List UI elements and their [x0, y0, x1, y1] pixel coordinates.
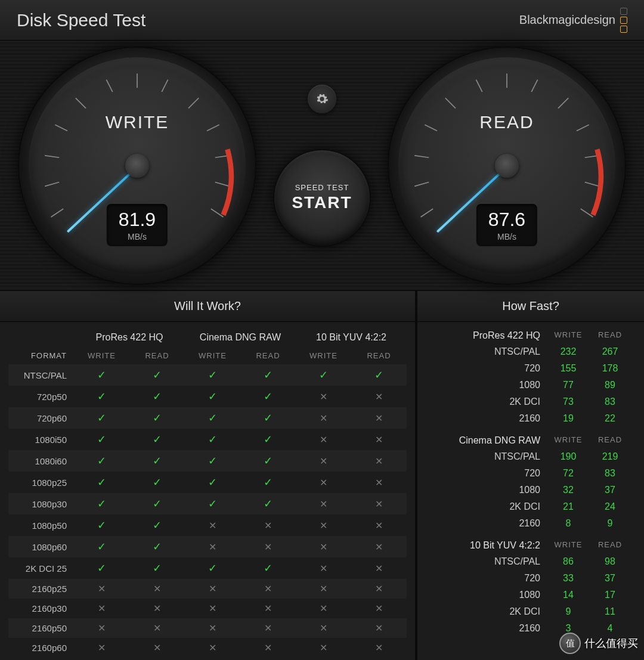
result-cell: ✕ — [351, 450, 407, 472]
read-value: 89 — [589, 380, 631, 391]
result-cell: ✕ — [129, 579, 185, 599]
cross-icon: ✕ — [153, 642, 161, 653]
format-label: 720p60 — [8, 407, 74, 429]
read-value: 22 — [589, 413, 631, 424]
result-cell: ✕ — [296, 472, 351, 493]
check-icon: ✓ — [153, 390, 162, 403]
cross-icon: ✕ — [375, 583, 383, 594]
cross-icon: ✕ — [264, 622, 272, 634]
watermark-text: 什么值得买 — [584, 636, 638, 650]
result-cell: ✓ — [74, 386, 129, 407]
check-icon: ✓ — [97, 562, 106, 575]
result-cell: ✕ — [296, 536, 351, 557]
cross-icon: ✕ — [320, 563, 327, 574]
read-value: 83 — [589, 468, 631, 479]
format-label: 1080p25 — [8, 472, 74, 493]
format-label: NTSC/PAL — [431, 451, 547, 462]
cross-icon: ✕ — [320, 622, 327, 634]
format-label: 720 — [431, 363, 547, 374]
result-cell: ✓ — [185, 557, 240, 579]
format-label: 2160p50 — [8, 618, 74, 638]
app-title: Disk Speed Test — [17, 10, 145, 30]
format-label: 2K DCI — [431, 501, 547, 512]
result-cell: ✕ — [240, 618, 296, 638]
codec-header: ProRes 422 HQ — [74, 328, 185, 347]
read-value: 37 — [589, 485, 631, 495]
result-cell: ✕ — [296, 493, 351, 515]
result-cell: ✓ — [185, 472, 240, 493]
read-value: 267 — [589, 346, 631, 357]
result-cell: ✕ — [240, 599, 296, 618]
result-cell: ✕ — [351, 599, 407, 618]
read-value: 83 — [589, 396, 631, 407]
gauges-panel: WRITE 81.9 MB/s SPEED TEST START — [0, 41, 644, 291]
table-row: 7207283 — [426, 465, 636, 482]
cross-icon: ✕ — [209, 520, 216, 531]
result-cell: ✓ — [240, 472, 296, 493]
write-value: 86 — [547, 556, 589, 567]
read-value: 178 — [589, 363, 631, 374]
check-icon: ✓ — [97, 476, 106, 489]
cross-icon: ✕ — [375, 498, 383, 510]
check-icon: ✓ — [264, 454, 273, 467]
check-icon: ✓ — [264, 368, 273, 382]
cross-icon: ✕ — [375, 520, 383, 531]
start-button[interactable]: SPEED TEST START — [273, 149, 371, 247]
check-icon: ✓ — [97, 519, 106, 532]
result-cell: ✓ — [185, 429, 240, 450]
result-cell: ✓ — [240, 557, 296, 579]
check-icon: ✓ — [97, 390, 106, 403]
cross-icon: ✕ — [320, 413, 327, 424]
result-cell: ✓ — [74, 450, 129, 472]
check-icon: ✓ — [97, 454, 106, 467]
will-it-work-panel: Will It Work? ProRes 422 HQCinema DNG RA… — [0, 291, 417, 660]
check-icon: ✓ — [208, 454, 217, 467]
check-icon: ✓ — [153, 476, 162, 489]
format-header: FORMAT — [8, 347, 74, 364]
check-icon: ✓ — [153, 497, 162, 510]
result-cell: ✕ — [185, 579, 240, 599]
result-cell: ✕ — [296, 599, 351, 618]
cross-icon: ✕ — [375, 477, 383, 488]
cross-icon: ✕ — [375, 391, 383, 402]
check-icon: ✓ — [208, 390, 217, 403]
check-icon: ✓ — [153, 411, 162, 424]
format-label: 720 — [431, 573, 547, 584]
codec-header: Cinema DNG RAW — [431, 435, 547, 446]
result-cell: ✕ — [351, 579, 407, 599]
codec-header: 10 Bit YUV 4:2:2 — [296, 328, 407, 347]
result-cell: ✓ — [129, 407, 185, 429]
brand-icon — [620, 8, 627, 33]
read-gauge: READ 87.6 MB/s — [388, 47, 626, 285]
format-label: 2160 — [431, 518, 547, 529]
cross-icon: ✕ — [320, 498, 327, 510]
table-row: 216089 — [426, 515, 636, 532]
table-row: NTSC/PAL8698 — [426, 553, 636, 570]
write-value: 155 — [547, 363, 589, 374]
result-cell: ✕ — [351, 472, 407, 493]
cross-icon: ✕ — [98, 583, 106, 594]
table-row: 2K DCI7383 — [426, 393, 636, 410]
write-header: WRITE — [185, 347, 240, 364]
cross-icon: ✕ — [375, 622, 383, 634]
check-icon: ✓ — [264, 562, 273, 575]
settings-button[interactable] — [308, 85, 336, 113]
table-row: NTSC/PAL190219 — [426, 448, 636, 465]
format-label: 2K DCI — [431, 606, 547, 617]
result-cell: ✓ — [129, 536, 185, 557]
read-header: READ — [240, 347, 296, 364]
cross-icon: ✕ — [209, 541, 216, 553]
table-row: 7203337 — [426, 570, 636, 587]
check-icon: ✓ — [319, 368, 328, 382]
format-label: 1080 — [431, 590, 547, 600]
result-cell: ✕ — [351, 407, 407, 429]
read-value: 9 — [589, 518, 631, 529]
table-row: 720155178 — [426, 360, 636, 377]
format-label: 2K DCI — [431, 396, 547, 407]
result-cell: ✓ — [74, 493, 129, 515]
howfast-section: ProRes 422 HQWRITEREADNTSC/PAL2322677201… — [426, 328, 636, 427]
read-header: READ — [589, 540, 631, 551]
cross-icon: ✕ — [264, 642, 272, 653]
start-sublabel: SPEED TEST — [295, 183, 349, 192]
format-label: 2160p25 — [8, 579, 74, 599]
